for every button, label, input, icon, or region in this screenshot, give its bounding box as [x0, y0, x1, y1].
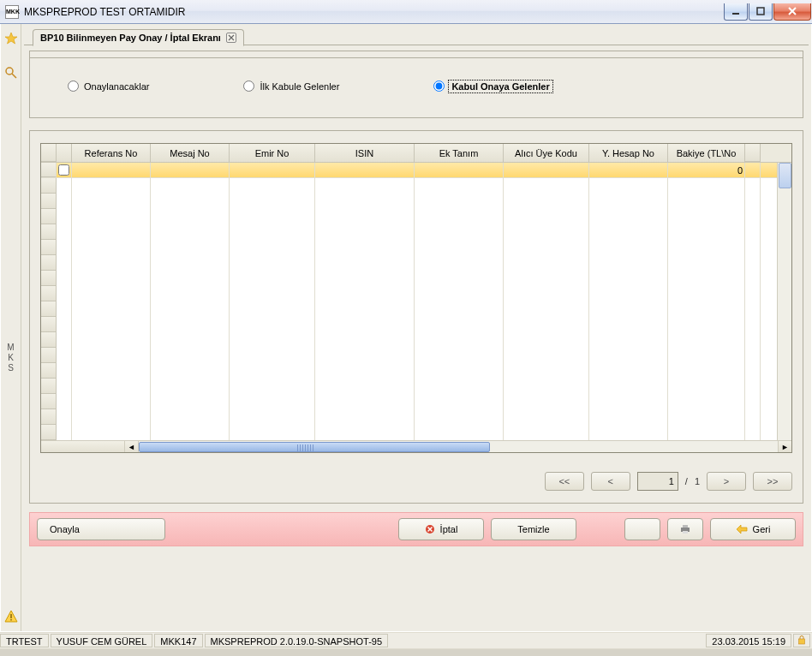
grid-empty-row — [41, 224, 791, 240]
grid-empty-row — [41, 240, 791, 255]
grid-empty-row — [41, 317, 791, 332]
pager-first[interactable]: << — [545, 472, 584, 491]
grid-scroll-corner — [745, 144, 761, 162]
status-version: MKSPREPROD 2.0.19.0-SNAPSHOT-95 — [205, 634, 389, 647]
window-titlebar: MKK MKSPREPROD TEST ORTAMIDIR — [0, 0, 812, 24]
vertical-scroll-thumb[interactable] — [779, 163, 791, 188]
pager-next[interactable]: > — [707, 472, 746, 491]
grid-header-row: Referans No Mesaj No Emir No ISIN Ek Tan… — [41, 144, 791, 163]
approve-button[interactable]: Onayla — [37, 518, 165, 540]
cancel-button[interactable]: İptal — [398, 518, 484, 540]
mks-vertical-label: M K S — [7, 343, 14, 373]
lock-icon — [797, 635, 807, 645]
grid-frame: Referans No Mesaj No Emir No ISIN Ek Tan… — [29, 130, 803, 504]
grid-empty-row — [41, 379, 791, 394]
cancel-icon — [425, 524, 435, 534]
grid-row-selected[interactable]: 0 — [41, 163, 791, 178]
grid-empty-row — [41, 255, 791, 271]
cell-mesaj-no[interactable] — [151, 163, 230, 177]
status-datetime: 23.03.2015 15:19 — [706, 634, 791, 647]
minimize-button[interactable] — [724, 3, 748, 21]
row-header-stub[interactable] — [41, 163, 57, 177]
tool-button-1[interactable] — [624, 518, 660, 540]
grid-empty-row — [41, 332, 791, 348]
col-emir-no[interactable]: Emir No — [230, 144, 315, 162]
pager-last[interactable]: >> — [753, 472, 792, 491]
cell-emir-no[interactable] — [230, 163, 315, 177]
svg-rect-10 — [799, 639, 805, 644]
pager-prev[interactable]: < — [591, 472, 630, 491]
search-tool[interactable] — [2, 62, 21, 84]
cell-referans-no[interactable] — [72, 163, 151, 177]
pager: << < / 1 > >> — [40, 472, 792, 491]
back-arrow-icon — [736, 524, 748, 534]
col-ek-tanim[interactable]: Ek Tanım — [415, 144, 504, 162]
status-bar: TRTEST YUSUF CEM GÜREL MKK147 MKSPREPROD… — [0, 632, 812, 649]
printer-icon — [679, 523, 691, 535]
svg-rect-9 — [683, 531, 688, 534]
hscroll-thumb[interactable] — [139, 442, 490, 452]
status-user: YUSUF CEM GÜREL — [51, 634, 153, 647]
tab-close-icon[interactable] — [226, 33, 236, 43]
grid-empty-row — [41, 363, 791, 379]
maximize-button[interactable] — [749, 3, 773, 21]
grid-empty-row — [41, 301, 791, 317]
col-y-hesap[interactable]: Y. Hesap No — [589, 144, 668, 162]
filter-option-accept-approval[interactable]: Kabul Onaya Gelenler — [433, 81, 551, 92]
back-button[interactable]: Geri — [710, 518, 796, 540]
window-title: MKSPREPROD TEST ORTAMIDIR — [24, 6, 185, 18]
svg-rect-5 — [10, 619, 11, 621]
svg-rect-8 — [683, 525, 688, 528]
grid-corner — [41, 144, 57, 162]
cell-bakiye[interactable]: 0 — [668, 163, 745, 177]
close-button[interactable] — [773, 3, 811, 21]
pager-page-input[interactable] — [637, 472, 678, 491]
grid-empty-row — [41, 286, 791, 301]
results-grid[interactable]: Referans No Mesaj No Emir No ISIN Ek Tan… — [40, 143, 792, 453]
filter-option-first-accept[interactable]: İlk Kabule Gelenler — [243, 81, 339, 92]
grid-empty-row — [41, 348, 791, 363]
cell-ek-tanim[interactable] — [415, 163, 504, 177]
app-icon: MKK — [5, 5, 19, 19]
status-lock — [793, 634, 810, 647]
horizontal-scrollbar[interactable]: ◄ ► — [41, 440, 791, 452]
grid-body[interactable]: 0 — [41, 163, 791, 440]
grid-empty-row — [41, 394, 791, 409]
cell-isin[interactable] — [315, 163, 415, 177]
clear-button[interactable]: Temizle — [491, 518, 576, 540]
svg-point-2 — [6, 68, 13, 75]
status-code: MKK147 — [154, 634, 202, 647]
col-alici-uye[interactable]: Alıcı Üye Kodu — [504, 144, 589, 162]
radio-pending[interactable] — [68, 81, 79, 92]
tab-title: BP10 Bilinmeyen Pay Onay / İptal Ekranı — [40, 33, 221, 43]
filter-panel: Onaylanacaklar İlk Kabule Gelenler Kabul… — [29, 51, 803, 118]
svg-line-3 — [12, 74, 16, 78]
favorite-tool[interactable] — [2, 27, 21, 50]
row-checkbox[interactable] — [57, 163, 72, 177]
vertical-scrollbar[interactable] — [777, 163, 791, 440]
print-button[interactable] — [667, 518, 703, 540]
grid-empty-row — [41, 209, 791, 224]
col-referans-no[interactable]: Referans No — [72, 144, 151, 162]
radio-accept-approval[interactable] — [433, 81, 445, 92]
grid-empty-row — [41, 425, 791, 440]
tab-bp10[interactable]: BP10 Bilinmeyen Pay Onay / İptal Ekranı — [33, 29, 244, 46]
pager-total: 1 — [695, 476, 700, 486]
svg-rect-1 — [757, 8, 764, 15]
hscroll-left-arrow[interactable]: ◄ — [125, 441, 139, 452]
pager-sep: / — [685, 476, 688, 486]
hscroll-right-arrow[interactable]: ► — [778, 441, 791, 452]
col-bakiye[interactable]: Bakiye (TL\No — [668, 144, 745, 162]
filter-option-pending[interactable]: Onaylanacaklar — [68, 81, 149, 92]
cell-y-hesap[interactable] — [589, 163, 668, 177]
col-mesaj-no[interactable]: Mesaj No — [151, 144, 230, 162]
alert-tool[interactable] — [2, 605, 21, 628]
col-isin[interactable]: ISIN — [315, 144, 415, 162]
grid-empty-row — [41, 178, 791, 194]
action-bar: Onayla İptal Temizle Geri — [29, 512, 803, 546]
svg-rect-0 — [732, 13, 739, 15]
grid-check-header[interactable] — [57, 144, 72, 162]
status-env: TRTEST — [0, 634, 49, 647]
cell-alici-uye[interactable] — [504, 163, 589, 177]
radio-first-accept[interactable] — [243, 81, 254, 92]
